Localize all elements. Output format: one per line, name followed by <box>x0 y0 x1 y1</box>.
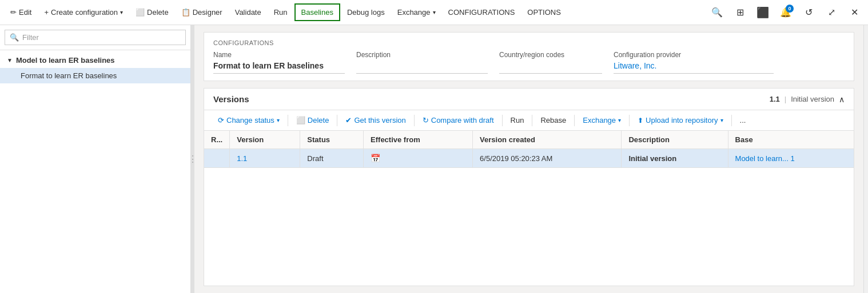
filter-search-icon: 🔍 <box>10 33 19 42</box>
configurations-button[interactable]: CONFIGURATIONS <box>443 5 521 20</box>
baselines-button[interactable]: Baselines <box>294 3 340 21</box>
collapse-icon: ▼ <box>7 57 13 63</box>
separator-1 <box>288 115 288 126</box>
separator-3 <box>414 115 415 126</box>
collapse-icon: ∧ <box>839 95 845 104</box>
main-toolbar: ✏ Edit + Create configuration ▾ ⬜ Delete… <box>0 0 868 25</box>
filter-input[interactable]: 🔍 Filter <box>5 30 186 45</box>
config-section-label: CONFIGURATIONS <box>213 39 845 46</box>
col-header-status: Status <box>300 131 364 149</box>
exchange-dropdown-icon: ▾ <box>433 9 436 15</box>
description-value <box>356 61 488 74</box>
validate-button[interactable]: Validate <box>229 5 267 20</box>
versions-meta-number: 1.1 <box>770 95 780 103</box>
delete-button[interactable]: ⬜ Delete <box>130 5 174 20</box>
grid-button[interactable]: ⊞ <box>731 3 749 22</box>
cell-effective: 📅 <box>364 149 473 168</box>
sidebar: 🔍 Filter ▼ Model to learn ER baselines F… <box>0 25 191 293</box>
config-fields: Name Format to learn ER baselines Descri… <box>213 51 845 74</box>
col-header-effective: Effective from <box>364 131 473 149</box>
main-layout: 🔍 Filter ▼ Model to learn ER baselines F… <box>0 25 868 293</box>
exchange-button[interactable]: Exchange ▾ <box>392 5 441 20</box>
expand-button[interactable]: ⤢ <box>822 3 841 22</box>
office-icon: ⬛ <box>756 6 769 19</box>
refresh-icon: ↺ <box>805 7 813 18</box>
name-field: Name Format to learn ER baselines <box>213 51 356 74</box>
notification-button[interactable]: 🔔 0 <box>777 3 795 22</box>
office-button[interactable]: ⬛ <box>754 3 772 22</box>
separator-6 <box>574 115 575 126</box>
versions-delete-button[interactable]: ⬜ Delete <box>292 114 334 127</box>
versions-table: R... Version Status Effective from Versi… <box>204 131 854 286</box>
options-button[interactable]: OPTIONS <box>521 5 567 20</box>
dropdown-icon: ▾ <box>120 9 123 15</box>
toolbar-right: 🔍 ⊞ ⬛ 🔔 0 ↺ ⤢ ✕ <box>708 3 863 22</box>
provider-field: Configuration provider Litware, Inc. <box>614 51 785 74</box>
cell-base[interactable]: Model to learn... 1 <box>728 149 854 168</box>
cell-version[interactable]: 1.1 <box>230 149 300 168</box>
run-button[interactable]: Run <box>268 5 293 20</box>
sidebar-tree: ▼ Model to learn ER baselines Format to … <box>0 50 190 293</box>
provider-value[interactable]: Litware, Inc. <box>614 61 774 74</box>
upload-repo-button[interactable]: ⬆ Upload into repository ▾ <box>633 114 727 127</box>
versions-toolbar: ⟳ Change status ▾ ⬜ Delete ✔ Get this ve… <box>204 110 854 131</box>
col-header-base: Base <box>728 131 854 149</box>
scrollbar-track[interactable] <box>863 25 868 293</box>
change-status-icon: ⟳ <box>218 116 224 125</box>
versions-meta-sep: | <box>785 95 786 103</box>
versions-panel: Versions 1.1 | Initial version ∧ ⟳ Chang… <box>204 88 854 286</box>
calendar-icon[interactable]: 📅 <box>371 154 380 163</box>
change-status-button[interactable]: ⟳ Change status ▾ <box>213 114 284 127</box>
close-button[interactable]: ✕ <box>845 3 863 22</box>
expand-icon: ⤢ <box>828 7 835 18</box>
compare-icon: ↻ <box>423 116 429 125</box>
get-version-button[interactable]: ✔ Get this version <box>341 114 410 127</box>
upload-dropdown-icon: ▾ <box>720 117 723 123</box>
rebase-button[interactable]: Rebase <box>536 114 571 127</box>
more-button[interactable]: ... <box>735 114 751 127</box>
notification-badge: 0 <box>786 5 794 13</box>
compare-draft-button[interactable]: ↻ Compare with draft <box>418 114 499 127</box>
change-status-dropdown-icon: ▾ <box>277 117 280 123</box>
config-header: CONFIGURATIONS Name Format to learn ER b… <box>204 32 854 81</box>
separator-5 <box>532 115 532 126</box>
col-header-description: Description <box>622 131 728 149</box>
upload-icon: ⬆ <box>638 117 643 125</box>
designer-button[interactable]: 📋 Designer <box>176 5 228 20</box>
description-field: Description <box>356 51 499 74</box>
sidebar-item-model[interactable]: ▼ Model to learn ER baselines <box>0 53 190 68</box>
separator-2 <box>337 115 337 126</box>
col-header-version: Version <box>230 131 300 149</box>
search-icon: 🔍 <box>711 7 723 18</box>
name-value: Format to learn ER baselines <box>213 61 345 74</box>
designer-icon: 📋 <box>181 8 190 17</box>
versions-meta: 1.1 | Initial version <box>770 95 834 103</box>
plus-icon: + <box>44 8 49 17</box>
versions-collapse-button[interactable]: ∧ <box>839 95 845 104</box>
refresh-button[interactable]: ↺ <box>799 3 818 22</box>
get-version-icon: ✔ <box>345 116 352 125</box>
close-icon: ✕ <box>851 7 858 18</box>
table-row[interactable]: 1.1 Draft 📅 6/5/2019 05:20:23 AM Initial… <box>204 149 854 168</box>
cell-description: Initial version <box>622 149 728 168</box>
edit-icon: ✏ <box>10 8 17 17</box>
versions-data-table: R... Version Status Effective from Versi… <box>204 131 854 168</box>
col-header-r: R... <box>204 131 230 149</box>
table-header-row: R... Version Status Effective from Versi… <box>204 131 854 149</box>
versions-title: Versions <box>213 94 765 104</box>
debug-logs-button[interactable]: Debug logs <box>341 5 391 20</box>
search-button[interactable]: 🔍 <box>708 3 726 22</box>
cell-r <box>204 149 230 168</box>
separator-4 <box>502 115 503 126</box>
create-config-button[interactable]: + Create configuration ▾ <box>38 5 129 20</box>
col-header-created: Version created <box>473 131 622 149</box>
delete-icon: ⬜ <box>296 116 305 125</box>
versions-run-button[interactable]: Run <box>506 114 529 127</box>
separator-7 <box>629 115 630 126</box>
sidebar-item-format[interactable]: Format to learn ER baselines <box>0 68 190 83</box>
separator-8 <box>731 115 732 126</box>
versions-header: Versions 1.1 | Initial version ∧ <box>204 89 854 110</box>
versions-meta-desc: Initial version <box>791 95 834 103</box>
edit-button[interactable]: ✏ Edit <box>5 5 37 20</box>
versions-exchange-button[interactable]: Exchange ▾ <box>578 114 626 127</box>
